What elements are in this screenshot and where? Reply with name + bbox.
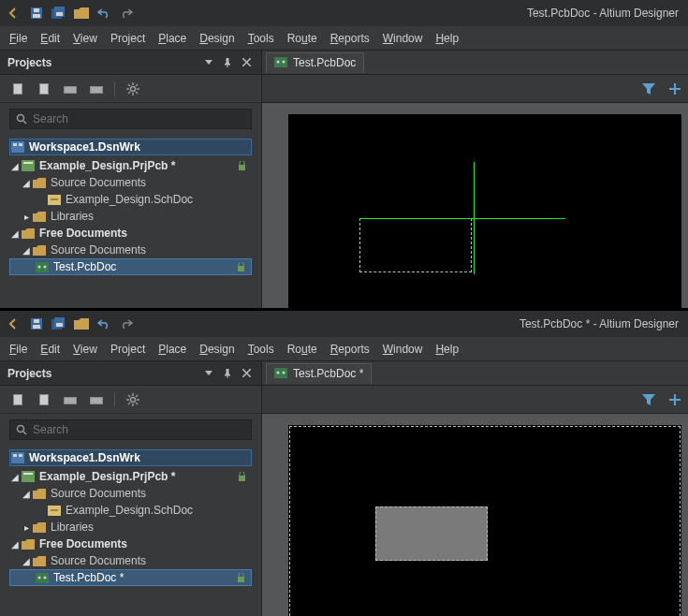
board-outline-rect: [359, 218, 472, 272]
save-icon[interactable]: [28, 315, 45, 332]
search-input[interactable]: [33, 112, 245, 125]
save-all-icon[interactable]: [51, 315, 67, 332]
panel-dropdown-icon[interactable]: [201, 55, 216, 70]
save-icon[interactable]: [28, 5, 45, 22]
open-folder-icon[interactable]: [73, 5, 90, 22]
tree-source-docs-free[interactable]: ◢ Source Documents: [9, 242, 252, 258]
menu-edit[interactable]: Edit: [40, 343, 60, 356]
redo-icon[interactable]: [118, 5, 135, 22]
menu-reports[interactable]: Reports: [330, 32, 370, 45]
collapse-icon[interactable]: ◢: [9, 161, 21, 171]
menu-view[interactable]: View: [73, 343, 97, 356]
collapse-icon[interactable]: ◢: [9, 228, 21, 239]
pcb-icon: [274, 57, 287, 68]
menu-window[interactable]: Window: [383, 32, 423, 45]
menu-place[interactable]: Place: [158, 343, 186, 356]
tree-schdoc[interactable]: Example_Design.SchDoc: [9, 502, 252, 519]
svg-rect-46: [34, 319, 39, 323]
tree-schdoc[interactable]: Example_Design.SchDoc: [9, 191, 252, 208]
menu-tools[interactable]: Tools: [248, 343, 274, 356]
collapse-icon[interactable]: ◢: [9, 539, 21, 550]
menu-route[interactable]: Route: [287, 343, 317, 356]
undo-icon[interactable]: [95, 5, 112, 22]
tree-pcbdoc-selected[interactable]: Test.PcbDoc: [9, 258, 252, 275]
search-box[interactable]: [9, 109, 252, 129]
menu-design[interactable]: Design: [199, 343, 234, 356]
menu-route[interactable]: Route: [287, 32, 317, 45]
tree-source-docs[interactable]: ◢ Source Documents: [9, 485, 252, 502]
document-tab-active[interactable]: Test.PcbDoc *: [266, 363, 372, 384]
projects-panel-title: Projects: [7, 56, 198, 69]
redo-icon[interactable]: [118, 315, 135, 332]
menu-help[interactable]: Help: [435, 343, 459, 356]
open-folder-icon[interactable]: [73, 315, 90, 332]
navigate-icon[interactable]: [9, 81, 26, 97]
panel-close-icon[interactable]: [239, 55, 254, 70]
docs-icon[interactable]: [36, 81, 52, 97]
search-box[interactable]: [9, 419, 252, 440]
pcb-canvas[interactable]: [288, 425, 681, 616]
stack-icon[interactable]: [88, 81, 105, 97]
search-input[interactable]: [33, 423, 245, 436]
settings-icon[interactable]: [124, 391, 141, 408]
tree-free-documents[interactable]: ◢ Free Documents: [9, 535, 252, 552]
project-icon: [21, 470, 36, 483]
tree-libraries[interactable]: ▸ Libraries: [9, 519, 252, 535]
stack-icon[interactable]: [88, 391, 105, 408]
canvas-viewport[interactable]: [262, 414, 688, 616]
tree-free-documents[interactable]: ◢ Free Documents: [9, 225, 252, 242]
panel-pin-icon[interactable]: [220, 55, 235, 70]
save-all-icon[interactable]: [51, 5, 67, 22]
menu-file[interactable]: File: [9, 343, 27, 356]
menu-edit[interactable]: Edit: [40, 32, 60, 45]
canvas-viewport[interactable]: [262, 103, 688, 308]
back-icon[interactable]: [6, 315, 22, 332]
svg-rect-27: [11, 141, 24, 153]
menu-place[interactable]: Place: [158, 32, 186, 45]
pcb-icon: [274, 368, 287, 379]
tree-source-docs-free[interactable]: ◢ Source Documents: [9, 552, 252, 569]
expand-icon[interactable]: ▸: [21, 212, 32, 222]
tree-workspace[interactable]: Workspace1.DsnWrk: [9, 449, 252, 466]
menu-window[interactable]: Window: [383, 343, 423, 356]
collapse-icon[interactable]: ◢: [21, 178, 32, 188]
undo-icon[interactable]: [95, 315, 112, 332]
panel-dropdown-icon[interactable]: [201, 366, 216, 381]
expand-icon[interactable]: ▸: [21, 522, 32, 533]
svg-line-68: [128, 403, 130, 404]
tree-project[interactable]: ◢ Example_Design.PrjPcb *: [9, 468, 252, 485]
collapse-icon[interactable]: ◢: [9, 472, 21, 482]
collapse-icon[interactable]: ◢: [21, 245, 32, 256]
menu-tools[interactable]: Tools: [248, 32, 274, 45]
compile-icon[interactable]: [62, 391, 79, 408]
svg-point-37: [44, 265, 47, 268]
navigate-icon[interactable]: [9, 391, 26, 408]
pcb-canvas[interactable]: [288, 114, 681, 308]
add-icon[interactable]: [666, 80, 684, 98]
settings-icon[interactable]: [124, 81, 141, 97]
menu-design[interactable]: Design: [199, 32, 234, 45]
document-tab-active[interactable]: Test.PcbDoc: [266, 52, 364, 73]
filter-icon[interactable]: [639, 390, 658, 409]
tree-libraries[interactable]: ▸ Libraries: [9, 208, 252, 225]
tree-source-docs[interactable]: ◢ Source Documents: [9, 174, 252, 191]
svg-rect-74: [22, 471, 35, 482]
compile-icon[interactable]: [62, 81, 79, 97]
menu-project[interactable]: Project: [110, 32, 145, 45]
back-icon[interactable]: [6, 5, 22, 22]
panel-close-icon[interactable]: [239, 366, 254, 381]
add-icon[interactable]: [666, 390, 684, 409]
panel-pin-icon[interactable]: [220, 366, 235, 381]
menu-reports[interactable]: Reports: [330, 343, 370, 356]
tree-pcbdoc-selected[interactable]: Test.PcbDoc *: [9, 569, 252, 586]
menu-help[interactable]: Help: [435, 32, 459, 45]
filter-icon[interactable]: [639, 80, 658, 98]
tree-project[interactable]: ◢ Example_Design.PrjPcb *: [9, 157, 252, 174]
menu-file[interactable]: File: [9, 32, 27, 45]
collapse-icon[interactable]: ◢: [21, 489, 32, 499]
collapse-icon[interactable]: ◢: [21, 556, 32, 566]
tree-workspace[interactable]: Workspace1.DsnWrk: [9, 139, 252, 155]
docs-icon[interactable]: [36, 391, 52, 408]
menu-view[interactable]: View: [73, 32, 97, 45]
menu-project[interactable]: Project: [110, 343, 145, 356]
